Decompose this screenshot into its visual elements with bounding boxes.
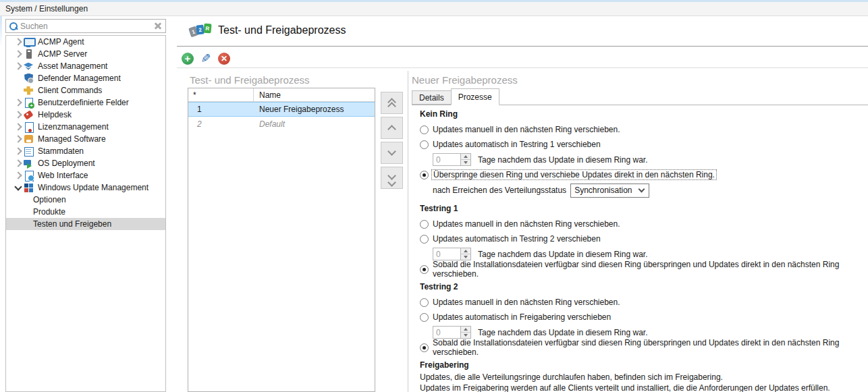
tree-item-client-commands[interactable]: Client Commands	[6, 84, 165, 96]
chevron-down-icon[interactable]	[13, 182, 24, 193]
days-input[interactable]: 0	[433, 153, 461, 166]
spinner-label: Tage nachdem das Update in diesem Ring w…	[478, 155, 647, 165]
radio-option[interactable]: Updates manuell in den nächsten Ring ver…	[420, 295, 865, 310]
tree-item-os-deployment[interactable]: OS Deployment	[6, 157, 165, 169]
chevron-right-icon[interactable]	[13, 134, 24, 144]
triangle-down-icon	[464, 334, 468, 337]
tree-item-produkte[interactable]: Produkte	[6, 206, 165, 218]
breadcrumb: System / Einstellungen	[5, 4, 88, 13]
tree-item-label: Managed Software	[38, 134, 106, 144]
column-header-order[interactable]: *	[188, 88, 254, 101]
radio-button-checked[interactable]	[420, 171, 429, 179]
tree-item-label: Web Interface	[38, 171, 88, 180]
tree-item-lizenzmanagement[interactable]: Lizenzmanagement	[6, 121, 165, 133]
search-box[interactable]	[5, 19, 166, 33]
chevron-right-icon[interactable]	[13, 121, 24, 132]
spin-down-button[interactable]	[461, 254, 470, 260]
search-input[interactable]	[20, 20, 153, 32]
days-input[interactable]: 0	[433, 326, 461, 339]
tree-item-acmp-agent[interactable]: ACMP Agent	[6, 36, 165, 48]
radio-option[interactable]: Updates automatisch in Freigabering vers…	[420, 310, 865, 325]
magnifier-icon	[9, 22, 18, 31]
move-to-bottom-button[interactable]	[381, 167, 403, 189]
table-row-default[interactable]: 2Default	[188, 117, 375, 132]
days-spinner[interactable]: 0	[433, 153, 471, 166]
tree-item-windows-update-management[interactable]: Windows Update Management	[6, 181, 165, 194]
radio-option[interactable]: Überspringe diesen Ring und verschiebe U…	[420, 167, 865, 182]
chevron-up-icon	[387, 125, 396, 134]
chevron-right-icon[interactable]	[13, 36, 24, 47]
chevron-right-icon[interactable]	[13, 146, 24, 157]
tab-details[interactable]: Details	[412, 90, 452, 105]
radio-button-checked[interactable]	[420, 265, 429, 274]
radio-option[interactable]: Sobald die Installationsdateien verfügba…	[420, 262, 865, 277]
radio-button[interactable]	[420, 298, 429, 307]
tree-item-stammdaten[interactable]: Stammdaten	[6, 145, 165, 157]
days-spinner[interactable]: 0	[433, 248, 471, 260]
tree-item-defender-management[interactable]: Defender Management	[6, 72, 165, 84]
radio-option[interactable]: Sobald die Installationsdateien verfügba…	[420, 340, 865, 355]
add-button[interactable]: +	[182, 53, 194, 65]
radio-label: Updates manuell in den nächsten Ring ver…	[433, 125, 620, 134]
spin-up-button[interactable]	[461, 248, 470, 254]
expander-spacer	[13, 73, 24, 84]
delete-button[interactable]: ✕	[218, 53, 230, 65]
spin-up-button[interactable]	[461, 154, 470, 160]
table-row-neuer-freigabeprozess[interactable]: 1Neuer Freigabeprozess	[188, 102, 375, 117]
radio-option[interactable]: Updates automatisch in Testring 1 versch…	[420, 137, 865, 152]
status-dropdown[interactable]: Synchronisation	[570, 184, 649, 198]
rings-123-icon: 12R	[190, 23, 213, 38]
tree-item-asset-management[interactable]: Asset Management	[6, 60, 165, 72]
section-heading-freigabering: Freigabering	[420, 360, 865, 370]
radio-option[interactable]: Updates manuell in den nächsten Ring ver…	[420, 217, 865, 231]
move-down-button[interactable]	[381, 142, 403, 164]
radio-button[interactable]	[420, 125, 429, 134]
days-spinner[interactable]: 0	[433, 326, 471, 339]
spin-down-button[interactable]	[461, 160, 470, 165]
radio-label: Updates automatisch in Testring 1 versch…	[433, 140, 601, 149]
chevron-right-icon[interactable]	[13, 61, 24, 72]
move-up-button[interactable]	[381, 117, 403, 139]
tree-item-web-interface[interactable]: Web Interface	[6, 169, 165, 181]
tree-item-managed-software[interactable]: Managed Software	[6, 133, 165, 145]
radio-label: Sobald die Installationsdateien verfügba…	[433, 338, 865, 357]
move-buttons	[381, 92, 403, 189]
radio-button[interactable]	[420, 235, 429, 244]
dropdown-label: nach Erreichen des Verteilungsstatus	[433, 186, 566, 195]
tree-item-helpdesk[interactable]: Helpdesk	[6, 109, 165, 121]
radio-label: Überspringe diesen Ring und verschiebe U…	[431, 169, 717, 180]
chevron-right-icon[interactable]	[13, 158, 24, 169]
tree-item-label: Testen und Freigeben	[33, 219, 111, 229]
clear-x-icon[interactable]	[153, 21, 163, 32]
dropdown-value: Synchronisation	[574, 186, 632, 195]
tree-item-testen-und-freigeben[interactable]: Testen und Freigeben	[6, 218, 165, 230]
radio-button-checked[interactable]	[420, 343, 429, 352]
chevron-down-icon	[638, 186, 645, 193]
tab-prozesse[interactable]: Prozesse	[451, 88, 499, 105]
chevron-right-icon[interactable]	[13, 170, 24, 181]
tag-icon	[24, 110, 34, 120]
tree-item-optionen[interactable]: Optionen	[6, 194, 165, 206]
chevron-right-icon[interactable]	[13, 109, 24, 120]
move-to-top-button[interactable]	[381, 92, 403, 114]
tree-item-label: Produkte	[33, 207, 65, 217]
tree-item-acmp-server[interactable]: ACMP Server	[6, 48, 165, 60]
triangle-up-icon	[464, 250, 468, 252]
spinner-label: Tage nachdem das Update in diesem Ring w…	[478, 250, 647, 259]
days-input[interactable]: 0	[433, 248, 461, 260]
tree-item-label: ACMP Server	[38, 49, 87, 59]
chevron-right-icon[interactable]	[13, 97, 24, 108]
tree-item-label: Windows Update Management	[38, 183, 148, 192]
spin-up-button[interactable]	[461, 327, 470, 333]
edit-button[interactable]: ✎	[200, 53, 212, 65]
radio-button[interactable]	[420, 140, 429, 149]
radio-label: Updates automatisch in Freigabering vers…	[433, 312, 611, 322]
tree-item-benutzerdefinierte-felder[interactable]: Benutzerdefinierte Felder	[6, 96, 165, 109]
spin-down-button[interactable]	[461, 333, 470, 338]
radio-button[interactable]	[420, 313, 429, 322]
radio-option[interactable]: Updates manuell in den nächsten Ring ver…	[420, 122, 865, 137]
radio-option[interactable]: Updates automatisch in Testring 2 versch…	[420, 231, 865, 246]
chevron-right-icon[interactable]	[13, 49, 24, 59]
radio-button[interactable]	[420, 220, 429, 229]
column-header-name[interactable]: Name	[254, 90, 375, 100]
